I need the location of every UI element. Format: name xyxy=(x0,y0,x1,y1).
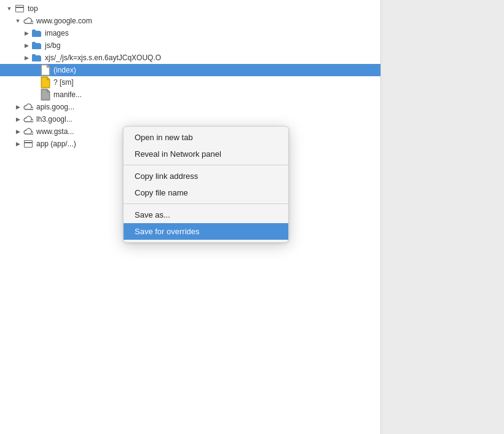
menu-item-open-new-tab[interactable]: Open in new tab xyxy=(124,129,288,146)
tree-item-label: top xyxy=(28,4,38,13)
chevron-icon xyxy=(22,53,31,62)
tree-item-jsbg[interactable]: js/bg xyxy=(0,39,380,52)
tree-item-label: apis.goog... xyxy=(36,103,74,111)
chevron-icon xyxy=(14,103,22,111)
window-icon xyxy=(23,139,33,149)
tree-item-label: manife... xyxy=(53,90,82,99)
svg-rect-0 xyxy=(32,31,41,37)
tree-item-lh3-google[interactable]: lh3.googl... xyxy=(0,113,380,125)
tree-item-sm[interactable]: ? [sm] xyxy=(0,76,380,89)
file-white-icon xyxy=(41,65,50,75)
menu-item-save-overrides[interactable]: Save for overrides xyxy=(124,223,288,240)
svg-rect-5 xyxy=(32,55,36,57)
menu-item-reveal-network[interactable]: Reveal in Network panel xyxy=(124,146,288,162)
menu-item-save-as[interactable]: Save as... xyxy=(124,207,288,223)
context-menu: Open in new tab Reveal in Network panel … xyxy=(123,126,289,243)
menu-item-copy-link[interactable]: Copy link address xyxy=(124,168,288,184)
chevron-icon xyxy=(22,29,31,37)
tree-item-label: app (app/...) xyxy=(36,140,76,148)
folder-blue-icon xyxy=(32,28,42,38)
tree-item-label: (index) xyxy=(53,66,76,74)
tree-item-label: ? [sm] xyxy=(53,78,74,87)
svg-rect-3 xyxy=(32,42,36,45)
tree-item-top[interactable]: top xyxy=(0,2,380,15)
tree-item-index[interactable]: (index) xyxy=(0,64,380,76)
svg-rect-1 xyxy=(32,30,36,33)
cloud-icon xyxy=(23,127,33,136)
tree-item-label: www.google.com xyxy=(36,17,92,25)
menu-item-copy-filename[interactable]: Copy file name xyxy=(124,184,288,201)
tree-item-apis-google[interactable]: apis.goog... xyxy=(0,101,380,113)
tree-item-xjs[interactable]: xjs/_/js/k=xjs.s.en.6aytJCqXOUQ.O xyxy=(0,52,380,64)
tree-item-images[interactable]: images xyxy=(0,27,380,39)
folder-blue-icon xyxy=(32,53,42,63)
chevron-icon xyxy=(14,17,22,25)
cloud-icon xyxy=(23,114,33,124)
chevron-icon xyxy=(5,4,14,13)
chevron-icon xyxy=(22,41,31,50)
tree-item-label: images xyxy=(45,29,69,37)
tree-item-www-google-com[interactable]: www.google.com xyxy=(0,15,380,27)
file-tree-panel: top www.google.com images js/bg xjs/_/js… xyxy=(0,0,381,434)
file-yellow-icon xyxy=(41,77,50,87)
file-gray-icon xyxy=(41,90,50,100)
right-panel xyxy=(381,0,504,434)
tree-item-label: xjs/_/js/k=xjs.s.en.6aytJCqXOUQ.O xyxy=(45,53,161,62)
chevron-icon xyxy=(14,127,22,136)
tree-item-label: www.gsta... xyxy=(36,127,74,136)
menu-separator-1 xyxy=(124,165,288,165)
tree-item-manifest[interactable]: manife... xyxy=(0,89,380,101)
chevron-icon xyxy=(14,140,22,148)
cloud-icon xyxy=(23,16,33,26)
svg-rect-4 xyxy=(32,56,41,61)
folder-blue-icon xyxy=(32,41,42,50)
window-icon xyxy=(15,4,25,14)
svg-rect-2 xyxy=(32,44,41,49)
menu-separator-2 xyxy=(124,203,288,204)
tree-item-label: lh3.googl... xyxy=(36,115,73,124)
cloud-icon xyxy=(23,102,33,112)
tree-item-label: js/bg xyxy=(45,41,60,50)
chevron-icon xyxy=(14,115,22,124)
